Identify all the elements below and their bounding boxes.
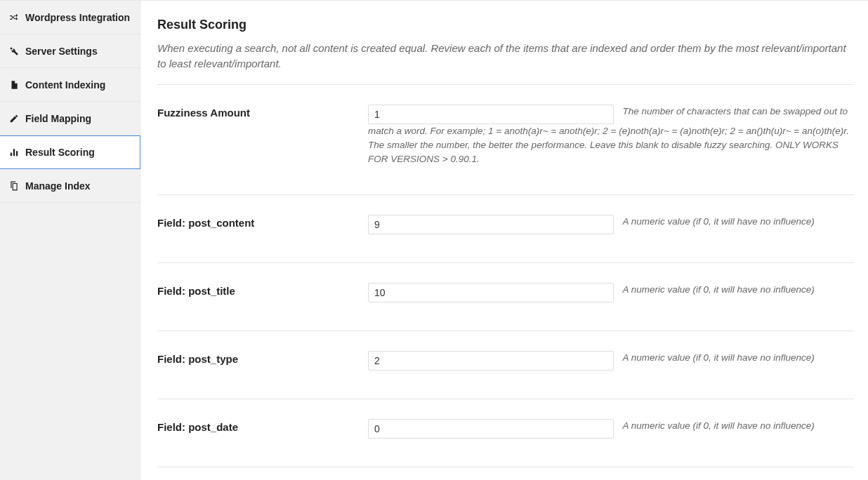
page-description: When executing a search, not all content…: [157, 41, 854, 72]
tab-content-indexing[interactable]: Content Indexing: [0, 68, 140, 102]
tools-icon: [8, 46, 20, 56]
setting-help-text: A numeric value (if 0, it will have no i…: [622, 284, 814, 295]
tab-label: Wordpress Integration: [25, 12, 130, 23]
setting-label: Field: post_content: [157, 215, 368, 229]
shuffle-icon: [8, 13, 20, 22]
setting-field: A numeric value (if 0, it will have no i…: [368, 283, 854, 302]
fuzziness-amount-input[interactable]: [368, 105, 614, 124]
setting-field: A numeric value (if 0, it will have no i…: [368, 351, 854, 371]
setting-field: A numeric value (if 0, it will have no i…: [368, 419, 854, 439]
post-title-score-input[interactable]: [368, 283, 614, 302]
post-date-score-input[interactable]: [368, 419, 614, 439]
setting-label: Field: post_type: [157, 351, 368, 365]
tab-label: Content Indexing: [25, 79, 105, 91]
tab-result-scoring[interactable]: Result Scoring: [0, 135, 140, 169]
setting-row-fuzziness-amount: Fuzziness Amount The number of character…: [157, 84, 854, 195]
setting-field: The number of characters that can be swa…: [368, 105, 854, 167]
document-icon: [8, 80, 20, 90]
setting-row-post-content: Field: post_content A numeric value (if …: [157, 194, 854, 262]
setting-row-post-date: Field: post_date A numeric value (if 0, …: [157, 399, 854, 467]
tab-label: Manage Index: [25, 180, 91, 192]
setting-label: Field: post_date: [157, 419, 368, 433]
bar-chart-icon: [8, 147, 20, 157]
copy-icon: [8, 181, 20, 191]
setting-label: Fuzziness Amount: [157, 105, 368, 119]
tab-wordpress-integration[interactable]: Wordpress Integration: [0, 1, 140, 34]
pencil-icon: [8, 114, 20, 124]
settings-panel: Result Scoring When executing a search, …: [140, 1, 868, 480]
app-root: Wordpress Integration Server Settings Co…: [0, 0, 868, 480]
post-content-score-input[interactable]: [368, 215, 614, 234]
settings-tabs-sidebar: Wordpress Integration Server Settings Co…: [0, 1, 140, 480]
setting-row-post-type: Field: post_type A numeric value (if 0, …: [157, 331, 854, 399]
tab-manage-index[interactable]: Manage Index: [0, 169, 140, 203]
setting-help-text: A numeric value (if 0, it will have no i…: [622, 216, 814, 227]
tab-label: Field Mapping: [25, 113, 91, 124]
post-type-score-input[interactable]: [368, 351, 614, 371]
tab-server-settings[interactable]: Server Settings: [0, 34, 140, 68]
tab-label: Server Settings: [25, 46, 98, 57]
setting-help-text: A numeric value (if 0, it will have no i…: [622, 420, 814, 431]
setting-label: Field: post_title: [157, 283, 368, 297]
setting-row-post-title: Field: post_title A numeric value (if 0,…: [157, 262, 854, 331]
tab-field-mapping[interactable]: Field Mapping: [0, 102, 140, 135]
page-title: Result Scoring: [157, 18, 854, 32]
setting-field: A numeric value (if 0, it will have no i…: [368, 215, 854, 234]
tab-label: Result Scoring: [25, 147, 95, 158]
setting-row-taxonomy-category: Taxonomy: category A numeric value (if 0…: [157, 467, 854, 480]
setting-help-text: A numeric value (if 0, it will have no i…: [622, 352, 814, 363]
